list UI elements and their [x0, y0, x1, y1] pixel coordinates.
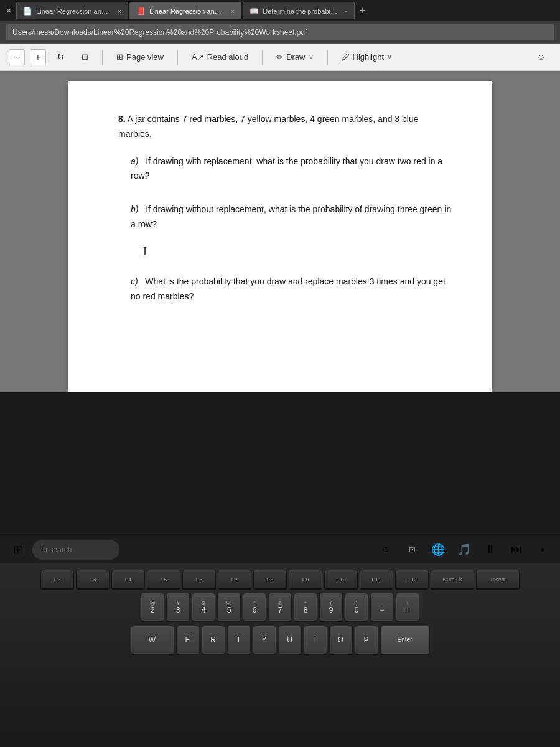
key-insert[interactable]: Insert: [476, 570, 520, 590]
key-e[interactable]: E: [176, 626, 200, 655]
part-c-text: What is the probability that you draw an…: [131, 276, 446, 301]
key-hash-3[interactable]: # 3: [166, 593, 190, 622]
key-plus-eq[interactable]: + =: [396, 593, 419, 622]
tab-2-icon: 📕: [136, 7, 146, 16]
highlight-icon: 🖊: [342, 52, 350, 62]
problem-intro: A jar contains 7 red marbles, 7 yellow m…: [118, 114, 419, 139]
draw-button[interactable]: ✏ Draw ∨: [270, 49, 319, 65]
key-f9[interactable]: F9: [289, 570, 322, 590]
key-rparen-0[interactable]: ) 0: [345, 593, 368, 622]
taskbar-icon-1[interactable]: ○: [375, 538, 397, 561]
browser-close-btn[interactable]: ×: [2, 6, 15, 16]
page-view-icon: ⊞: [116, 52, 123, 62]
part-c: c) What is the probability that you draw…: [118, 275, 454, 304]
part-b-text: If drawing without replacement, what is …: [131, 204, 451, 229]
tab-3-close[interactable]: ×: [344, 7, 348, 15]
key-star-8[interactable]: * 8: [294, 593, 317, 622]
new-tab-button[interactable]: +: [356, 5, 369, 16]
tab-1-icon: 📄: [23, 7, 32, 16]
address-input[interactable]: [6, 24, 554, 40]
problem-text: 8. A jar contains 7 red marbles, 7 yello…: [118, 112, 454, 304]
key-f5[interactable]: F5: [147, 570, 180, 590]
part-b: b) If drawing without replacement, what …: [118, 202, 454, 261]
taskbar-search-input[interactable]: [32, 540, 119, 560]
key-t[interactable]: T: [227, 626, 251, 655]
part-a-text: If drawing with replacement, what is the…: [131, 156, 442, 181]
highlight-label: Highlight: [353, 52, 385, 62]
feedback-icon: ☺: [537, 52, 545, 62]
key-u[interactable]: U: [278, 626, 302, 655]
fn-key-row: F2 F3 F4 F5 F6 F7 F8 F9 F10 F11 F12 Num …: [5, 570, 555, 590]
qwerty-row: W E R T Y U I O P Enter: [5, 626, 555, 655]
taskbar-icon-3[interactable]: 🌐: [427, 538, 449, 561]
page-view-button[interactable]: ⊞ Page view: [110, 49, 170, 65]
number-key-row: @ 2 # 3 $ 4 % 5 ^ 6 & 7 * 8 ( 9: [5, 593, 555, 622]
key-dollar-4[interactable]: $ 4: [192, 593, 215, 622]
key-f6[interactable]: F6: [182, 570, 216, 590]
key-f11[interactable]: F11: [360, 570, 393, 590]
key-y[interactable]: Y: [253, 626, 276, 655]
taskbar-icon-2[interactable]: ⊡: [401, 538, 423, 561]
zoom-minus-button[interactable]: −: [9, 49, 25, 65]
read-aloud-icon: A↗: [192, 52, 204, 62]
rotate-button[interactable]: ↻: [51, 49, 70, 65]
key-at-2[interactable]: @ 2: [141, 593, 164, 622]
key-f10[interactable]: F10: [324, 570, 358, 590]
pdf-toolbar: − + ↻ ⊡ ⊞ Page view A↗ Read aloud ✏ Draw…: [0, 44, 560, 71]
draw-label: Draw: [286, 52, 305, 62]
keyboard: F2 F3 F4 F5 F6 F7 F8 F9 F10 F11 F12 Num …: [0, 563, 560, 747]
key-r[interactable]: R: [202, 626, 225, 655]
key-lparen-9[interactable]: ( 9: [319, 593, 343, 622]
tab-1-label: Linear Regression and Probabilit: [36, 7, 111, 15]
key-i[interactable]: I: [304, 626, 327, 655]
key-enter[interactable]: Enter: [380, 626, 430, 655]
draw-dropdown-icon: ∨: [309, 53, 314, 61]
key-w[interactable]: W: [131, 626, 174, 655]
key-f2[interactable]: F2: [40, 570, 74, 590]
read-aloud-button[interactable]: A↗ Read aloud: [185, 49, 254, 65]
part-a-label: a): [131, 156, 138, 166]
tab-1-close[interactable]: ×: [118, 7, 121, 15]
part-c-label: c): [131, 276, 138, 286]
key-amp-7[interactable]: & 7: [268, 593, 292, 622]
taskbar-icon-4[interactable]: 🎵: [453, 538, 475, 561]
tab-1[interactable]: 📄 Linear Regression and Probabilit ×: [16, 2, 128, 19]
toolbar-sep-3: [262, 50, 263, 65]
browser-chrome: × 📄 Linear Regression and Probabilit × 📕…: [0, 0, 560, 71]
address-bar: [0, 21, 560, 44]
taskbar-icon-7[interactable]: ●: [531, 538, 554, 561]
rotate-icon: ↻: [57, 52, 64, 62]
feedback-button[interactable]: ☺: [531, 49, 551, 65]
fit-icon: ⊡: [82, 52, 88, 62]
tab-3-icon: 📖: [250, 7, 259, 16]
taskbar-icon-6[interactable]: ⏭: [505, 538, 528, 561]
key-numlk[interactable]: Num Lk: [431, 570, 474, 590]
tab-3[interactable]: 📖 Determine the probability of spi ×: [243, 2, 355, 19]
pdf-content-area: 8. A jar contains 7 red marbles, 7 yello…: [0, 71, 560, 392]
key-caret-6[interactable]: ^ 6: [243, 593, 266, 622]
taskbar-icon-5[interactable]: ⏸: [479, 538, 502, 561]
zoom-plus-button[interactable]: +: [30, 49, 46, 65]
key-f8[interactable]: F8: [253, 570, 287, 590]
part-a: a) If drawing with replacement, what is …: [118, 154, 454, 184]
key-percent-5[interactable]: % 5: [217, 593, 241, 622]
fit-button[interactable]: ⊡: [75, 49, 95, 65]
pdf-page: 8. A jar contains 7 red marbles, 7 yello…: [68, 81, 492, 392]
key-f3[interactable]: F3: [76, 570, 110, 590]
tab-2-close[interactable]: ×: [231, 7, 235, 15]
problem-number: 8.: [118, 114, 126, 124]
taskbar-windows-icon[interactable]: ⊞: [6, 538, 29, 561]
read-aloud-label: Read aloud: [207, 52, 249, 62]
key-o[interactable]: O: [329, 626, 353, 655]
key-f4[interactable]: F4: [111, 570, 145, 590]
key-p[interactable]: P: [355, 626, 378, 655]
tab-2-label: Linear Regression and Probabilit: [149, 7, 225, 15]
page-view-label: Page view: [126, 52, 164, 62]
tab-2[interactable]: 📕 Linear Regression and Probabilit ×: [129, 2, 241, 19]
key-f7[interactable]: F7: [218, 570, 251, 590]
highlight-button[interactable]: 🖊 Highlight ∨: [335, 49, 399, 65]
key-minus[interactable]: _ −: [370, 593, 394, 622]
highlight-dropdown-icon: ∨: [387, 53, 392, 61]
key-f12[interactable]: F12: [395, 570, 429, 590]
part-b-label: b): [131, 204, 138, 214]
